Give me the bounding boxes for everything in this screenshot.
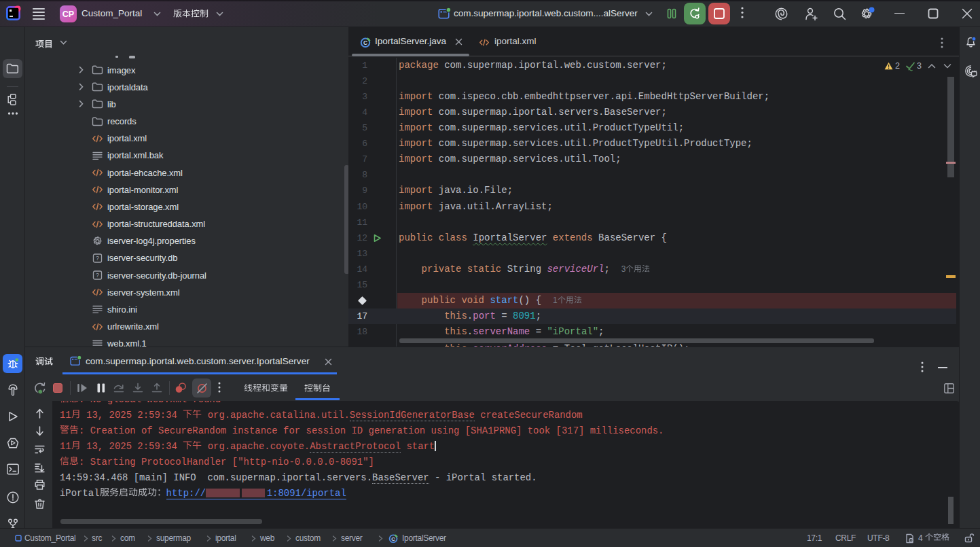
svg-text:?: ?: [96, 255, 99, 262]
svg-text:?: ?: [96, 272, 99, 279]
svg-text:C: C: [391, 536, 395, 542]
svg-text:C: C: [363, 39, 367, 46]
svg-text:CP: CP: [62, 10, 74, 19]
